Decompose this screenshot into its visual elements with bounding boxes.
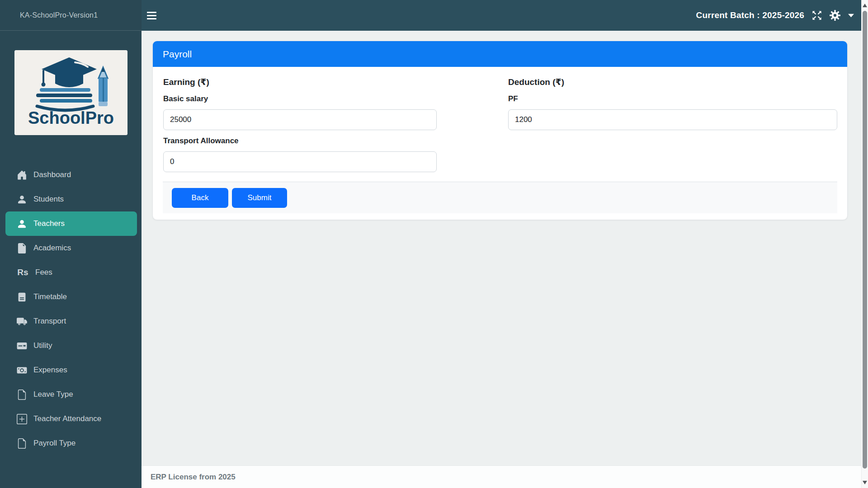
rupee-rs-icon: Rs [17, 267, 29, 278]
sidebar-item-label: Students [33, 195, 64, 204]
vertical-scrollbar[interactable] [861, 0, 868, 488]
transport-allowance-input[interactable] [163, 151, 437, 172]
plus-square-icon [17, 414, 27, 424]
file-outline-icon [17, 389, 27, 400]
basic-salary-input[interactable] [163, 109, 437, 130]
earning-column: Earning (₹) Basic salary Transport Allow… [163, 77, 508, 172]
earning-heading: Earning (₹) [163, 77, 508, 87]
sidebar-item-label: Timetable [33, 292, 67, 301]
sidebar-item-label: Utility [33, 341, 52, 350]
deduction-heading: Deduction (₹) [508, 77, 837, 87]
scrollbar-thumb[interactable] [863, 11, 867, 469]
sidebar-item-label: Leave Type [33, 390, 73, 399]
person-icon [17, 194, 27, 205]
payroll-form: Earning (₹) Basic salary Transport Allow… [153, 67, 847, 172]
sidebar-item-students[interactable]: Students [5, 187, 137, 211]
transport-allowance-label: Transport Allowance [163, 136, 508, 145]
app-title: KA-SchoolPro-Version1 [0, 0, 142, 31]
truck-icon [17, 316, 27, 327]
schoolpro-logo-image: SchoolPro [14, 50, 127, 135]
sidebar-item-teacher-attendance[interactable]: Teacher Attendance [5, 407, 137, 431]
form-actions: Back Submit [163, 182, 837, 213]
sidebar: KA-SchoolPro-Version1 SchoolPro [0, 0, 142, 488]
main-content: Payroll Earning (₹) Basic salary Transpo… [142, 31, 861, 465]
sidebar-item-label: Transport [33, 317, 66, 326]
file-filled-icon [17, 243, 27, 253]
sidebar-item-transport[interactable]: Transport [5, 309, 137, 333]
current-batch-label: Current Batch : 2025-2026 [696, 10, 804, 20]
file-outline-icon [17, 438, 27, 449]
submit-button[interactable]: Submit [232, 188, 287, 208]
sidebar-item-utility[interactable]: Utility [5, 333, 137, 358]
scroll-up-arrow-icon[interactable] [863, 4, 867, 7]
person-icon [17, 219, 27, 229]
basic-salary-label: Basic salary [163, 94, 508, 103]
sidebar-item-label: Expenses [33, 366, 67, 375]
payroll-card-title: Payroll [153, 41, 847, 67]
license-text: ERP License from 2025 [151, 473, 236, 482]
scroll-down-arrow-icon[interactable] [863, 481, 867, 484]
book-icon [17, 292, 27, 302]
sidebar-item-payroll-type[interactable]: Payroll Type [5, 431, 137, 455]
sidebar-item-fees[interactable]: Rs Fees [5, 260, 137, 285]
cash-icon [17, 365, 27, 375]
fullscreen-icon[interactable] [812, 10, 822, 20]
deduction-column: Deduction (₹) PF [508, 77, 837, 172]
gear-icon[interactable] [830, 10, 840, 21]
svg-text:SchoolPro: SchoolPro [28, 108, 114, 127]
topbar-right-group: Current Batch : 2025-2026 [696, 10, 854, 21]
sidebar-menu: Dashboard Students Teachers Academics Rs… [0, 163, 142, 455]
school-logo: SchoolPro [14, 50, 127, 135]
credit-card-icon [17, 341, 27, 351]
sidebar-item-teachers[interactable]: Teachers [5, 211, 137, 236]
caret-down-icon[interactable] [848, 14, 854, 18]
sidebar-item-dashboard[interactable]: Dashboard [5, 163, 137, 187]
sidebar-item-timetable[interactable]: Timetable [5, 285, 137, 309]
back-button[interactable]: Back [172, 188, 228, 208]
sidebar-item-label: Fees [35, 268, 52, 277]
payroll-card: Payroll Earning (₹) Basic salary Transpo… [152, 41, 848, 220]
house-icon [17, 170, 27, 180]
sidebar-item-label: Academics [33, 244, 71, 253]
sidebar-item-label: Dashboard [33, 170, 71, 179]
topbar: Current Batch : 2025-2026 [142, 0, 861, 31]
sidebar-item-leave-type[interactable]: Leave Type [5, 382, 137, 407]
sidebar-item-label: Payroll Type [33, 439, 75, 448]
sidebar-item-label: Teachers [33, 219, 65, 228]
pf-label: PF [508, 94, 837, 103]
hamburger-icon [147, 12, 156, 13]
menu-toggle-button[interactable] [146, 6, 164, 24]
sidebar-item-expenses[interactable]: Expenses [5, 358, 137, 382]
sidebar-item-label: Teacher Attendance [33, 414, 101, 423]
sidebar-item-academics[interactable]: Academics [5, 236, 137, 260]
pf-input[interactable] [508, 109, 837, 130]
page-footer: ERP License from 2025 [142, 465, 861, 488]
